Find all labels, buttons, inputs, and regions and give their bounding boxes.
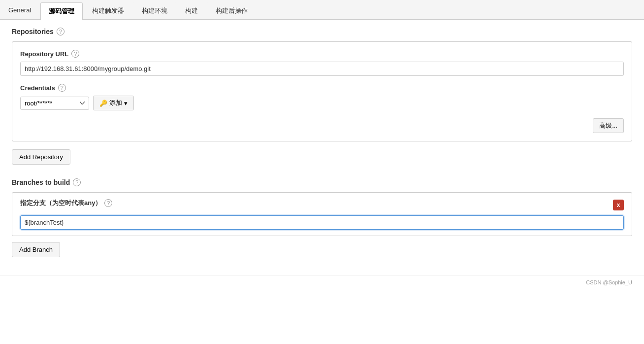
branch-item: 指定分支（为空时代表any） ? x xyxy=(12,192,632,236)
footer-credit: CSDN @Sophie_U xyxy=(0,275,644,289)
repo-url-label: Repository URL xyxy=(20,50,68,58)
add-credentials-button[interactable]: 🔑 添加 ▾ xyxy=(93,96,134,110)
tab-env[interactable]: 构建环境 xyxy=(133,2,176,19)
repo-url-help-icon[interactable]: ? xyxy=(71,50,79,58)
branch-label: 指定分支（为空时代表any） xyxy=(20,199,101,207)
repository-box: Repository URL ? Credentials ? root/****… xyxy=(12,41,632,141)
branches-help-icon[interactable]: ? xyxy=(73,178,81,186)
repositories-label: Repositories xyxy=(12,28,54,35)
tab-post[interactable]: 构建后操作 xyxy=(207,2,256,19)
remove-branch-button[interactable]: x xyxy=(613,200,624,210)
branch-item-header: 指定分支（为空时代表any） ? x xyxy=(20,199,624,211)
tab-general[interactable]: General xyxy=(0,2,39,19)
repo-url-label-row: Repository URL ? xyxy=(20,50,624,58)
add-branch-button[interactable]: Add Branch xyxy=(12,242,60,257)
tab-trigger[interactable]: 构建触发器 xyxy=(84,2,132,19)
main-content: Repositories ? Repository URL ? Credenti… xyxy=(0,20,644,275)
tab-bar: General 源码管理 构建触发器 构建环境 构建 构建后操作 xyxy=(0,0,644,20)
repo-url-input[interactable] xyxy=(20,62,624,76)
advanced-button[interactable]: 高级... xyxy=(593,118,624,133)
branch-input[interactable] xyxy=(20,215,624,230)
repositories-section-title: Repositories ? xyxy=(12,28,632,35)
add-repository-button[interactable]: Add Repository xyxy=(12,149,70,165)
credentials-row: root/****** 🔑 添加 ▾ xyxy=(20,96,624,110)
tab-build[interactable]: 构建 xyxy=(177,2,206,19)
repositories-help-icon[interactable]: ? xyxy=(57,28,64,35)
branches-title-row: Branches to build ? xyxy=(12,178,632,186)
tab-source[interactable]: 源码管理 xyxy=(40,2,83,20)
branches-title: Branches to build xyxy=(12,178,70,186)
credentials-select[interactable]: root/****** xyxy=(20,97,89,110)
branch-help-icon[interactable]: ? xyxy=(104,199,112,207)
add-credentials-label: 添加 xyxy=(109,99,122,107)
credentials-label-row: Credentials ? xyxy=(20,84,624,92)
key-icon: 🔑 xyxy=(99,100,107,107)
branch-field-label-row: 指定分支（为空时代表any） ? xyxy=(20,199,112,207)
advanced-row: 高级... xyxy=(20,118,624,133)
add-dropdown-icon: ▾ xyxy=(124,100,128,107)
credentials-label: Credentials xyxy=(20,84,55,92)
credentials-help-icon[interactable]: ? xyxy=(58,84,66,92)
branches-section: Branches to build ? 指定分支（为空时代表any） ? x A… xyxy=(12,178,632,267)
